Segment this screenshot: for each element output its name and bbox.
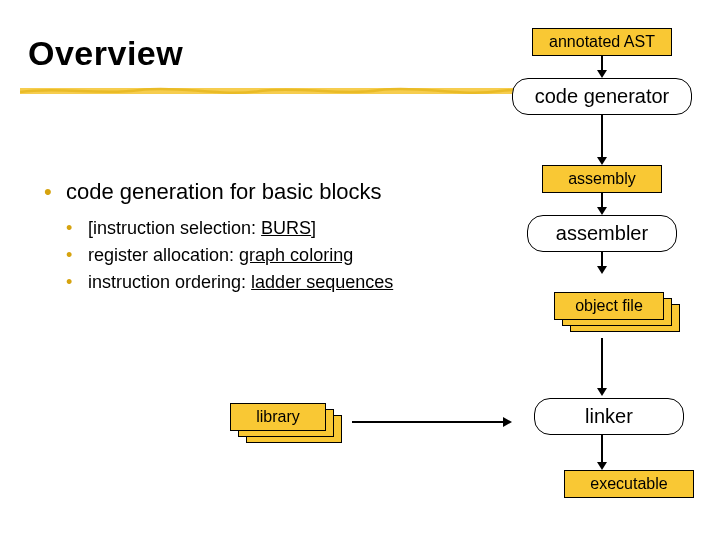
bullet-sub-1c: ] <box>311 218 316 238</box>
stage-object-file-stack: object file <box>532 292 702 342</box>
svg-marker-3 <box>597 157 607 165</box>
arrow-down-icon <box>502 338 702 396</box>
page-title: Overview <box>28 34 183 73</box>
svg-marker-1 <box>597 70 607 78</box>
stage-assembly: assembly <box>542 165 662 193</box>
process-linker: linker <box>534 398 684 435</box>
arrow-down-icon <box>502 434 702 470</box>
svg-marker-11 <box>503 417 512 427</box>
svg-marker-5 <box>597 207 607 215</box>
svg-marker-7 <box>597 266 607 274</box>
stage-library: library <box>230 403 326 431</box>
stage-annotated-ast: annotated AST <box>532 28 672 56</box>
arrow-right-icon <box>352 414 512 430</box>
stage-executable: executable <box>564 470 694 498</box>
arrow-down-icon <box>502 193 702 215</box>
bullet-list: code generation for basic blocks [instru… <box>44 178 474 296</box>
bullet-sub-1: [instruction selection: BURS] <box>66 215 474 242</box>
bullet-sub-2b: graph coloring <box>239 245 353 265</box>
arrow-down-icon <box>502 252 702 274</box>
arrow-down-icon <box>502 56 702 78</box>
bullet-main: code generation for basic blocks <box>44 178 474 207</box>
bullet-sub-1b: BURS <box>261 218 311 238</box>
process-code-generator: code generator <box>512 78 692 115</box>
bullet-sub-1a: [instruction selection: <box>88 218 261 238</box>
flow-column: annotated AST code generator assembly as… <box>502 28 702 274</box>
svg-marker-13 <box>597 462 607 470</box>
bullet-sub-3a: instruction ordering: <box>88 272 251 292</box>
bullet-sub-2: register allocation: graph coloring <box>66 242 474 269</box>
svg-marker-9 <box>597 388 607 396</box>
bullet-sub-3b: ladder sequences <box>251 272 393 292</box>
process-assembler: assembler <box>527 215 677 252</box>
bullet-sub-2a: register allocation: <box>88 245 239 265</box>
library-stack: library <box>230 403 350 449</box>
stage-object-file: object file <box>554 292 664 320</box>
bullet-sub-3: instruction ordering: ladder sequences <box>66 269 474 296</box>
arrow-down-icon <box>502 115 702 165</box>
slide: Overview code generation for basic block… <box>0 0 720 540</box>
